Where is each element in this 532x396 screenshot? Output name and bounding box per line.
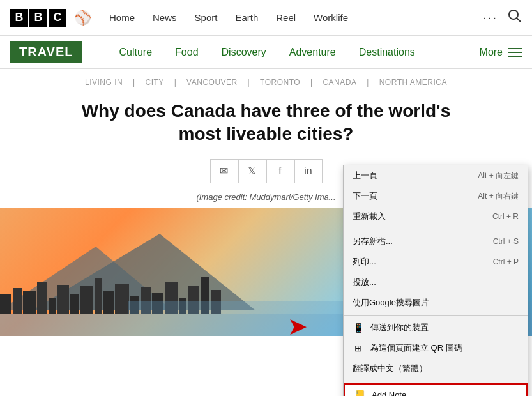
nav-reel[interactable]: Reel	[268, 0, 303, 36]
svg-rect-5	[23, 291, 36, 314]
context-menu-translate[interactable]: 翻譯成中文（繁體）	[344, 358, 528, 379]
context-menu-search-image[interactable]: 使用Google搜尋圖片	[344, 293, 528, 313]
travel-more-menu[interactable]: More	[480, 47, 522, 58]
svg-rect-12	[103, 291, 114, 314]
breadcrumb-sep2: |	[174, 78, 179, 87]
add-note-icon: 📒	[354, 389, 365, 396]
svg-rect-10	[80, 286, 93, 314]
red-arrow-indicator: ➤	[287, 314, 308, 339]
top-navigation: B B C ⚾ Home News Sport Earth Reel Workl…	[0, 0, 532, 36]
travel-links: Culture Food Discovery Adventure Destina…	[108, 36, 480, 69]
svg-rect-11	[95, 278, 102, 314]
context-menu-print[interactable]: 列印... Ctrl + P	[344, 252, 528, 272]
travel-destinations[interactable]: Destinations	[347, 36, 427, 69]
travel-food[interactable]: Food	[163, 36, 209, 69]
article-title: Why does Canada have three of the world'…	[75, 100, 458, 146]
context-menu-send-device[interactable]: 📱 傳送到你的裝置	[344, 317, 528, 338]
breadcrumb-canada[interactable]: CANADA	[323, 78, 356, 87]
bbc-logo[interactable]: B B C	[10, 9, 66, 27]
context-menu-add-note[interactable]: 📒 Add Note	[344, 383, 528, 396]
breadcrumb: LIVING IN | CITY | VANCOUVER | TORONTO |…	[0, 69, 532, 92]
hamburger-icon	[508, 48, 522, 57]
more-dots-icon[interactable]: ···	[483, 10, 498, 25]
travel-more-label: More	[480, 47, 503, 58]
nav-sport[interactable]: Sport	[187, 0, 225, 36]
profile-icon[interactable]: ⚾	[74, 10, 91, 26]
travel-navigation: TRAVEL Culture Food Discovery Adventure …	[0, 36, 532, 69]
breadcrumb-city[interactable]: CITY	[145, 78, 163, 87]
context-menu-separator-2	[344, 315, 528, 316]
travel-adventure[interactable]: Adventure	[278, 36, 347, 69]
send-device-icon: 📱	[353, 322, 364, 333]
svg-rect-8	[57, 285, 69, 314]
bbc-box-b: B	[10, 9, 28, 27]
qr-code-icon: ⊞	[353, 342, 364, 354]
top-nav-right: ···	[483, 9, 522, 26]
context-menu-forward[interactable]: 下一頁 Alt + 向右鍵	[344, 186, 528, 206]
breadcrumb-vancouver[interactable]: VANCOUVER	[186, 78, 238, 87]
context-menu-reload[interactable]: 重新載入 Ctrl + R	[344, 206, 528, 227]
share-email-button[interactable]: ✉	[210, 159, 238, 183]
share-facebook-button[interactable]: f	[266, 159, 294, 183]
search-icon[interactable]	[508, 9, 522, 26]
svg-line-1	[517, 19, 521, 22]
travel-culture[interactable]: Culture	[108, 36, 164, 69]
breadcrumb-toronto[interactable]: TORONTO	[260, 78, 300, 87]
context-menu-back[interactable]: 上一頁 Alt + 向左鍵	[344, 165, 528, 186]
travel-discovery[interactable]: Discovery	[210, 36, 278, 69]
breadcrumb-sep3: |	[248, 78, 252, 87]
breadcrumb-living-in[interactable]: LIVING IN	[85, 78, 123, 87]
nav-earth[interactable]: Earth	[227, 0, 266, 36]
svg-rect-9	[70, 294, 79, 314]
breadcrumb-sep4: |	[310, 78, 315, 87]
context-menu-cast[interactable]: 投放...	[344, 272, 528, 293]
context-menu-separator-1	[344, 229, 528, 229]
nav-worklife[interactable]: Worklife	[306, 0, 356, 36]
svg-rect-3	[0, 294, 11, 314]
bbc-box-b2: B	[29, 9, 47, 27]
top-nav-links: Home News Sport Earth Reel Worklife	[102, 0, 483, 36]
travel-logo[interactable]: TRAVEL	[10, 41, 82, 63]
context-menu-qr-code[interactable]: ⊞ 為這個頁面建立 QR 圖碼	[344, 338, 528, 358]
svg-rect-6	[37, 282, 47, 314]
nav-home[interactable]: Home	[102, 0, 142, 36]
svg-rect-4	[13, 288, 22, 314]
breadcrumb-north-america[interactable]: NORTH AMERICA	[379, 78, 447, 87]
bbc-box-c: C	[49, 9, 66, 27]
context-menu-separator-3	[344, 381, 528, 381]
context-menu: 上一頁 Alt + 向左鍵 下一頁 Alt + 向右鍵 重新載入 Ctrl + …	[343, 165, 528, 396]
breadcrumb-sep5: |	[367, 78, 371, 87]
context-menu-save-as[interactable]: 另存新檔... Ctrl + S	[344, 231, 528, 252]
svg-rect-13	[115, 284, 129, 314]
share-twitter-button[interactable]: 𝕏	[238, 159, 266, 183]
share-linkedin-button[interactable]: in	[294, 159, 323, 183]
breadcrumb-sep1: |	[133, 78, 137, 87]
nav-news[interactable]: News	[145, 0, 185, 36]
svg-rect-7	[49, 298, 56, 314]
